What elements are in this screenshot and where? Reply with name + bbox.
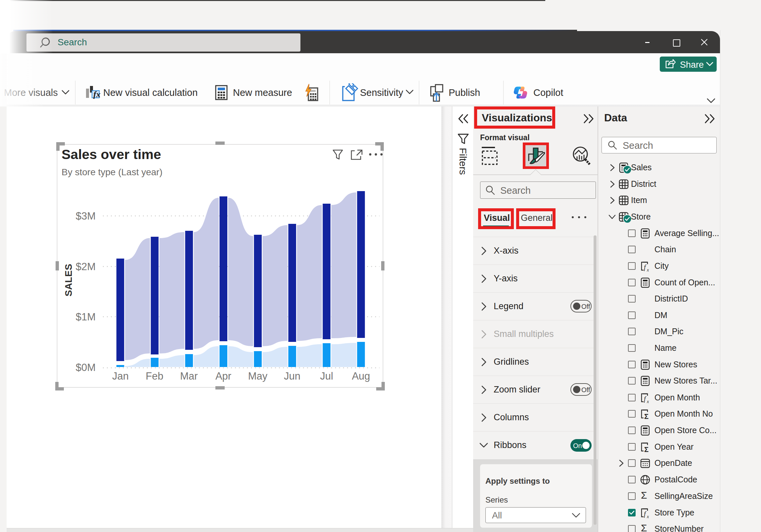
svg-text:May: May (248, 370, 268, 382)
svg-text:$2M: $2M (76, 261, 95, 272)
svg-text:Aug: Aug (352, 370, 370, 382)
svg-text:$1M: $1M (76, 311, 95, 323)
svg-text:x: x (647, 514, 649, 519)
svg-text:fx: fx (93, 89, 100, 99)
svg-text:Σ: Σ (644, 445, 649, 453)
svg-text:Mar: Mar (180, 370, 198, 382)
svg-text:Σ: Σ (644, 412, 649, 420)
svg-text:f: f (644, 395, 647, 403)
svg-text:$0M: $0M (76, 362, 95, 373)
svg-text:Jun: Jun (284, 370, 300, 382)
svg-text:SALES: SALES (63, 264, 74, 296)
svg-text:Jul: Jul (320, 370, 333, 382)
svg-text:x: x (647, 399, 649, 404)
svg-text:Feb: Feb (146, 370, 163, 382)
svg-text:Apr: Apr (215, 370, 231, 382)
svg-text:x: x (647, 267, 649, 272)
svg-text:$3M: $3M (76, 210, 95, 222)
svg-text:f: f (644, 264, 647, 271)
svg-text:Jan: Jan (112, 370, 129, 382)
svg-text:f: f (644, 510, 647, 518)
